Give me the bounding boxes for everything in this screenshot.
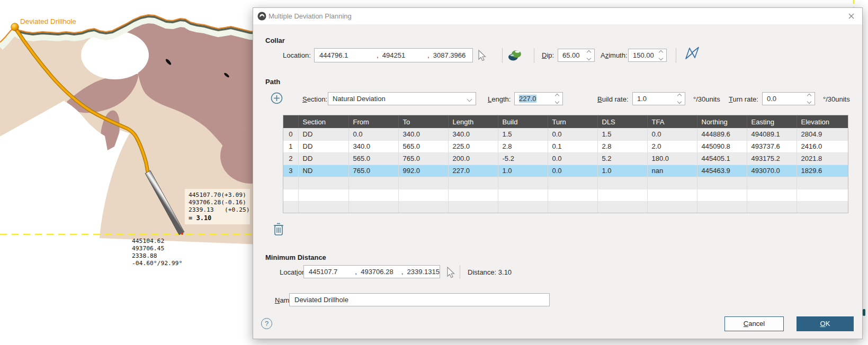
table-cell[interactable]	[647, 201, 697, 213]
table-cell[interactable]: 565.0	[348, 152, 398, 165]
table-cell[interactable]	[283, 189, 298, 201]
table-cell[interactable]	[298, 177, 348, 189]
table-row[interactable]	[283, 189, 848, 201]
build-rate-spinbox[interactable]: 1.0	[632, 92, 685, 105]
table-cell[interactable]: 2804.9	[797, 128, 848, 140]
table-column-header[interactable]: Build	[498, 115, 548, 128]
table-cell[interactable]: 765.0	[348, 165, 398, 177]
length-spinbox[interactable]: 227.0	[514, 92, 563, 105]
table-cell[interactable]: 2.8	[498, 140, 548, 152]
table-cell[interactable]: -5.2	[498, 152, 548, 165]
table-cell[interactable]: 200.0	[448, 152, 498, 165]
geology-blob-icon[interactable]	[508, 48, 523, 62]
table-cell[interactable]: 1.5	[498, 128, 548, 140]
table-cell[interactable]	[348, 177, 398, 189]
table-cell[interactable]: 340.0	[398, 128, 448, 140]
table-cell[interactable]	[348, 201, 398, 213]
table-cell[interactable]: 180.0	[647, 152, 697, 165]
table-cell[interactable]: 5.2	[597, 152, 647, 165]
table-cell[interactable]	[697, 189, 747, 201]
table-row[interactable]: 0DD0.0340.0340.01.50.01.50.0444889.64940…	[283, 128, 848, 140]
table-cell[interactable]: 2.0	[647, 140, 697, 152]
pick-collar-location-cursor-icon[interactable]	[476, 49, 488, 62]
table-cell[interactable]	[448, 177, 498, 189]
table-cell[interactable]: 0.0	[647, 128, 697, 140]
turn-rate-spinbox[interactable]: 0.0	[762, 92, 815, 105]
table-column-header[interactable]: To	[398, 115, 448, 128]
table-cell[interactable]: 225.0	[448, 140, 498, 152]
table-cell[interactable]: 0	[283, 128, 298, 140]
length-spin-arrows[interactable]	[554, 93, 561, 105]
table-cell[interactable]: 0.1	[548, 140, 597, 152]
table-cell[interactable]	[697, 177, 747, 189]
dialog-titlebar[interactable]: Multiple Deviation Planning	[253, 8, 862, 24]
table-cell[interactable]	[548, 201, 597, 213]
table-cell[interactable]	[298, 189, 348, 201]
table-cell[interactable]	[398, 177, 448, 189]
table-cell[interactable]: nan	[647, 165, 697, 177]
table-cell[interactable]: 340.0	[348, 140, 398, 152]
table-cell[interactable]: 3	[283, 165, 298, 177]
table-cell[interactable]: DD	[298, 140, 348, 152]
table-cell[interactable]: 1	[283, 140, 298, 152]
table-cell[interactable]: 0.0	[548, 152, 597, 165]
table-cell[interactable]	[448, 189, 498, 201]
table-cell[interactable]	[647, 189, 697, 201]
table-cell[interactable]	[797, 177, 848, 189]
table-cell[interactable]: 340.0	[448, 128, 498, 140]
table-cell[interactable]: 2	[283, 152, 298, 165]
table-cell[interactable]: 765.0	[398, 152, 448, 165]
table-cell[interactable]: 1.0	[498, 165, 548, 177]
table-cell[interactable]	[697, 201, 747, 213]
table-cell[interactable]	[298, 201, 348, 213]
table-cell[interactable]	[747, 189, 797, 201]
table-cell[interactable]: 0.0	[548, 128, 597, 140]
table-cell[interactable]: ND	[298, 165, 348, 177]
collar-location-input[interactable]: 444796.1 , 494251 , 3087.3966	[314, 48, 473, 62]
table-cell[interactable]: 444889.6	[697, 128, 747, 140]
table-row[interactable]: 2DD565.0765.0200.0-5.20.05.2180.0445405.…	[283, 152, 848, 165]
table-cell[interactable]: 2021.8	[797, 152, 848, 165]
table-cell[interactable]: 445463.9	[697, 165, 747, 177]
table-row[interactable]: 1DD340.0565.0225.02.80.12.82.0445090.849…	[283, 140, 848, 152]
table-cell[interactable]	[597, 189, 647, 201]
table-cell[interactable]	[398, 201, 448, 213]
turn-rate-spin-arrows[interactable]	[807, 93, 813, 105]
min-distance-location-input[interactable]: 445107.7 , 493706.28 , 2339.1315	[303, 265, 440, 278]
orientation-tool-icon[interactable]	[684, 47, 701, 60]
table-cell[interactable]	[283, 177, 298, 189]
table-column-header[interactable]: TFA	[647, 115, 697, 128]
table-row[interactable]: 3ND765.0992.0227.01.00.01.0nan445463.949…	[283, 165, 848, 177]
table-cell[interactable]	[448, 201, 498, 213]
table-cell[interactable]: 445405.1	[697, 152, 747, 165]
table-cell[interactable]: 2416.0	[797, 140, 848, 152]
table-cell[interactable]	[398, 189, 448, 201]
section-dropdown[interactable]: Natural Deviation	[328, 92, 476, 105]
table-cell[interactable]: 227.0	[448, 165, 498, 177]
table-cell[interactable]: 0.0	[548, 165, 597, 177]
cancel-button[interactable]: Cancel	[724, 316, 784, 331]
table-cell[interactable]	[348, 189, 398, 201]
add-section-icon[interactable]	[271, 92, 283, 104]
table-cell[interactable]	[747, 177, 797, 189]
table-column-header[interactable]: Turn	[548, 115, 597, 128]
table-cell[interactable]	[498, 201, 548, 213]
table-cell[interactable]	[747, 201, 797, 213]
table-column-header[interactable]: Easting	[747, 115, 797, 128]
table-cell[interactable]: 565.0	[398, 140, 448, 152]
dip-spin-arrows[interactable]	[586, 49, 593, 61]
table-column-header[interactable]: Length	[448, 115, 498, 128]
table-cell[interactable]: DD	[298, 152, 348, 165]
table-row[interactable]	[283, 177, 848, 189]
table-cell[interactable]: 1.5	[597, 128, 647, 140]
path-sections-table[interactable]: SectionFromToLengthBuildTurnDLSTFANorthi…	[283, 115, 848, 213]
help-icon[interactable]: ?	[261, 318, 272, 329]
build-rate-spin-arrows[interactable]	[677, 93, 683, 105]
table-cell[interactable]	[283, 201, 298, 213]
table-column-header[interactable]: From	[348, 115, 398, 128]
table-row[interactable]	[283, 201, 848, 213]
table-cell[interactable]: 493737.6	[747, 140, 797, 152]
table-cell[interactable]: 445090.8	[697, 140, 747, 152]
delete-section-trash-icon[interactable]	[273, 221, 285, 237]
table-cell[interactable]	[797, 201, 848, 213]
